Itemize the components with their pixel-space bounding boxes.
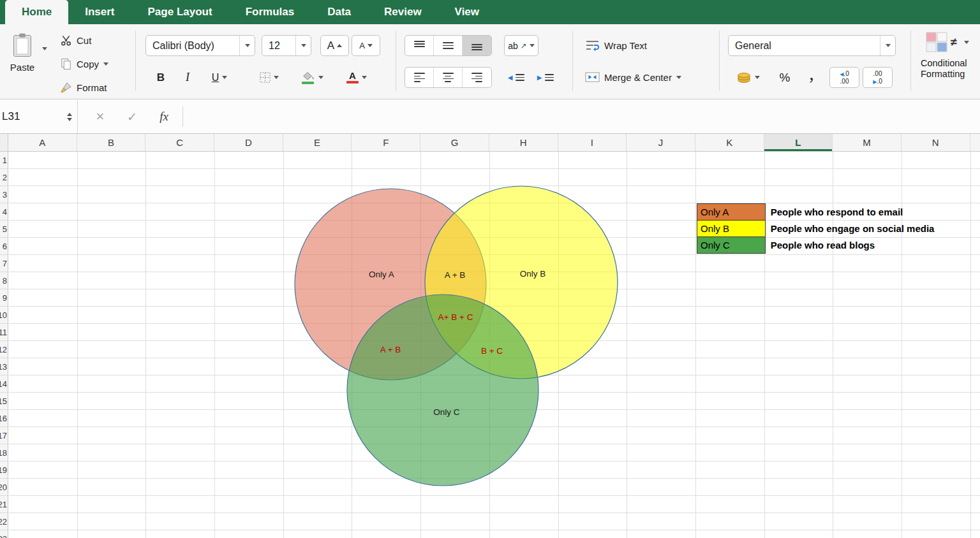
column-header-B[interactable]: B — [77, 134, 146, 151]
row-header-10[interactable]: 10 — [0, 307, 8, 324]
increase-font-size-button[interactable]: A — [320, 35, 349, 56]
borders-button[interactable] — [251, 67, 287, 88]
legend-description-cell[interactable]: People who respond to email — [766, 203, 903, 221]
row-header-14[interactable]: 14 — [0, 375, 8, 393]
font-size-combo[interactable]: 12 — [262, 35, 311, 56]
row-header-3[interactable]: 3 — [0, 186, 8, 203]
name-box-spinner[interactable] — [67, 113, 77, 121]
accounting-format-button[interactable] — [731, 67, 765, 88]
cancel-button[interactable]: × — [89, 100, 111, 133]
cut-button[interactable]: Cut — [60, 34, 91, 47]
align-top-button[interactable] — [405, 36, 434, 55]
column-header-I[interactable]: I — [558, 134, 627, 151]
align-right-button[interactable] — [463, 68, 491, 87]
paste-button[interactable]: Paste — [4, 33, 41, 73]
wrap-text-button[interactable]: Wrap Text — [585, 40, 647, 51]
tab-data[interactable]: Data — [311, 0, 368, 24]
row-header-4[interactable]: 4 — [0, 203, 8, 221]
bold-button[interactable]: B — [148, 67, 174, 88]
column-header-D[interactable]: D — [214, 134, 283, 151]
row-header-7[interactable]: 7 — [0, 255, 8, 272]
comma-style-button[interactable]: , — [800, 67, 823, 88]
row-header-18[interactable]: 18 — [0, 444, 8, 462]
row-header-8[interactable]: 8 — [0, 272, 8, 289]
row-header-6[interactable]: 6 — [0, 238, 8, 255]
column-header-F[interactable]: F — [352, 134, 420, 151]
row-header-20[interactable]: 20 — [0, 479, 8, 496]
percent-style-button[interactable]: % — [772, 67, 798, 88]
increase-indent-button[interactable]: ▶ — [532, 67, 559, 88]
decrease-font-size-button[interactable]: A — [352, 35, 380, 56]
tab-view[interactable]: View — [438, 0, 496, 24]
column-header-E[interactable]: E — [283, 134, 352, 151]
row-header-23[interactable]: 23 — [0, 530, 8, 538]
align-center-button[interactable] — [434, 68, 463, 87]
name-box[interactable]: L31 — [0, 100, 78, 133]
column-header-N[interactable]: N — [902, 134, 970, 151]
font-name-combo[interactable]: Calibri (Body) — [145, 35, 255, 56]
copy-button[interactable]: Copy — [60, 58, 108, 70]
row-header-column: 1234567891011121314151617181920212223 — [0, 152, 8, 538]
align-left-icon — [414, 73, 425, 82]
row-header-12[interactable]: 12 — [0, 341, 8, 358]
underline-button[interactable]: U — [202, 67, 237, 88]
font-name-value: Calibri (Body) — [146, 40, 239, 52]
row-header-11[interactable]: 11 — [0, 324, 8, 341]
tab-review[interactable]: Review — [368, 0, 438, 24]
legend-key-cell[interactable]: Only A — [697, 203, 766, 221]
tab-insert[interactable]: Insert — [68, 0, 131, 24]
font-name-dropdown[interactable] — [239, 36, 255, 55]
number-format-dropdown[interactable] — [880, 36, 895, 55]
wrap-text-label: Wrap Text — [604, 40, 647, 51]
font-size-value: 12 — [262, 40, 295, 52]
legend-description-cell[interactable]: People who read blogs — [766, 236, 875, 254]
italic-button[interactable]: I — [176, 67, 199, 88]
conditional-formatting-button[interactable]: ≠ Conditional Formatting — [921, 32, 969, 80]
column-header-J[interactable]: J — [627, 134, 695, 151]
row-header-16[interactable]: 16 — [0, 410, 8, 427]
formula-input[interactable] — [184, 100, 980, 133]
fill-color-button[interactable] — [292, 67, 332, 88]
decrease-indent-button[interactable]: ◀ — [503, 67, 530, 88]
row-header-19[interactable]: 19 — [0, 462, 8, 479]
insert-function-button[interactable]: fx — [153, 100, 175, 133]
row-header-17[interactable]: 17 — [0, 427, 8, 444]
decrease-decimal-button[interactable]: .00 ▶.0 — [863, 67, 893, 88]
tab-formulas[interactable]: Formulas — [229, 0, 311, 24]
row-header-1[interactable]: 1 — [0, 152, 8, 169]
increase-decimal-button[interactable]: ◀.0 .00 — [829, 67, 859, 88]
font-color-button[interactable]: A — [337, 67, 376, 88]
merge-center-button[interactable]: Merge & Center — [585, 71, 681, 83]
conditional-formatting-label: Conditional Formatting — [921, 58, 967, 80]
number-format-combo[interactable]: General — [728, 35, 896, 56]
align-bottom-button[interactable] — [463, 36, 491, 55]
tab-page-layout[interactable]: Page Layout — [131, 0, 229, 24]
text-orientation-button[interactable]: ab ↗ — [504, 35, 538, 56]
enter-button[interactable]: ✓ — [121, 100, 143, 133]
row-header-5[interactable]: 5 — [0, 221, 8, 238]
row-header-2[interactable]: 2 — [0, 169, 8, 186]
column-header-C[interactable]: C — [145, 134, 214, 151]
tab-home[interactable]: Home — [5, 0, 68, 24]
legend-key-cell[interactable]: Only B — [697, 220, 766, 237]
font-size-dropdown[interactable] — [295, 36, 311, 55]
row-header-21[interactable]: 21 — [0, 496, 8, 513]
select-all-corner[interactable] — [0, 134, 8, 152]
row-header-13[interactable]: 13 — [0, 358, 8, 375]
align-left-button[interactable] — [405, 68, 434, 87]
legend-key-cell[interactable]: Only C — [697, 236, 766, 254]
column-header-L[interactable]: L — [764, 134, 833, 151]
column-header-G[interactable]: G — [420, 134, 489, 151]
legend-description-cell[interactable]: People who engage on social media — [766, 220, 935, 237]
row-header-9[interactable]: 9 — [0, 289, 8, 307]
column-header-A[interactable]: A — [8, 134, 77, 151]
column-header-H[interactable]: H — [489, 134, 558, 151]
row-header-15[interactable]: 15 — [0, 393, 8, 410]
row-header-22[interactable]: 22 — [0, 513, 8, 530]
format-button[interactable]: Format — [60, 82, 107, 94]
paste-dropdown-icon[interactable] — [42, 47, 47, 50]
column-header-K[interactable]: K — [695, 134, 764, 151]
align-middle-button[interactable] — [434, 36, 463, 55]
vertical-align-group — [405, 35, 492, 56]
column-header-M[interactable]: M — [833, 134, 902, 151]
